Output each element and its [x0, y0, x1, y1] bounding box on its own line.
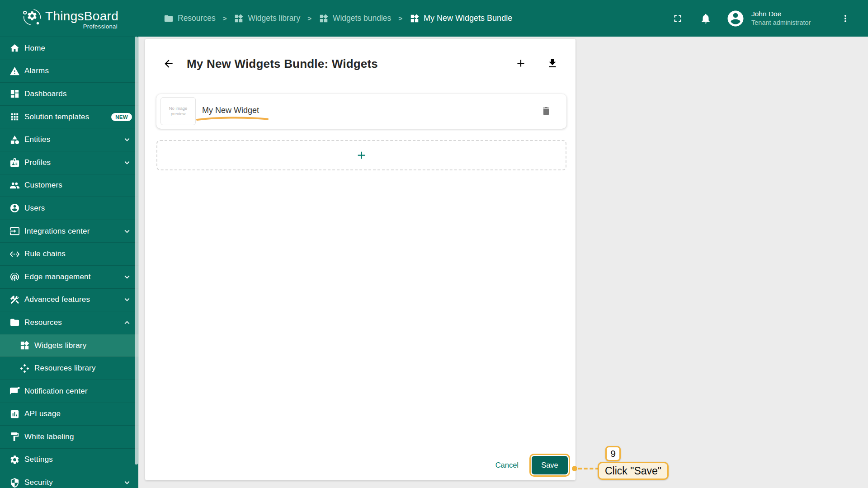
sidebar-item-rule-chains[interactable]: Rule chains — [0, 243, 138, 266]
sidebar-item-alarms[interactable]: Alarms — [0, 60, 138, 83]
plus-icon — [355, 149, 368, 161]
widget-name: My New Widget — [202, 106, 259, 115]
home-icon — [9, 43, 20, 53]
breadcrumb-separator: > — [307, 14, 311, 22]
sidebar-item-security[interactable]: Security — [0, 471, 138, 488]
sidebar-item-label: White labeling — [24, 432, 74, 441]
content-area: My New Widgets Bundle: Widgets No image … — [138, 37, 868, 488]
user-menu[interactable]: John Doe Tenant administrator — [751, 9, 823, 27]
sidebar-item-integrations-center[interactable]: Integrations center — [0, 220, 138, 243]
sidebar-item-label: Integrations center — [24, 227, 90, 236]
sidebar-item-resources[interactable]: Resources — [0, 311, 138, 334]
sidebar-item-white-labeling[interactable]: White labeling — [0, 426, 138, 449]
sidebar-item-solution-templates[interactable]: Solution templates NEW — [0, 106, 138, 129]
sidebar-item-label: Rule chains — [24, 249, 66, 258]
sidebar-item-label: Users — [24, 204, 45, 213]
save-button[interactable]: Save — [532, 456, 568, 474]
input-arrow-icon — [9, 226, 20, 236]
sidebar-item-label: Profiles — [24, 158, 51, 167]
widget-preview-placeholder: No image preview — [160, 97, 196, 125]
export-download-icon[interactable] — [547, 57, 558, 69]
sidebar-item-api-usage[interactable]: API usage — [0, 403, 138, 426]
new-badge: NEW — [111, 113, 132, 121]
user-role: Tenant administrator — [751, 19, 823, 27]
folder-icon — [9, 317, 20, 328]
sidebar-item-label: Resources — [24, 318, 62, 327]
sidebar-item-label: Home — [24, 44, 45, 53]
widget-list-item[interactable]: No image preview My New Widget — [156, 94, 566, 129]
hammer-wrench-icon — [9, 295, 20, 305]
chevron-up-icon — [122, 318, 132, 328]
sidebar-item-dashboards[interactable]: Dashboards — [0, 83, 138, 106]
diamonds-icon — [19, 363, 30, 374]
notifications-bell-icon[interactable] — [700, 13, 712, 24]
sidebar-item-users[interactable]: Users — [0, 197, 138, 220]
breadcrumb-separator: > — [398, 14, 402, 22]
gear-icon — [9, 455, 20, 465]
shapes-icon — [9, 135, 20, 145]
widgets-bundle-card: My New Widgets Bundle: Widgets No image … — [145, 39, 576, 480]
annotation-tooltip: Click "Save" — [598, 462, 669, 480]
sidebar-item-advanced-features[interactable]: Advanced features — [0, 289, 138, 312]
annotation-underline — [196, 116, 269, 122]
sidebar-item-entities[interactable]: Entities — [0, 128, 138, 151]
form-actions: Cancel Save — [495, 454, 570, 477]
sidebar-item-widgets-library[interactable]: Widgets library — [0, 334, 138, 357]
sidebar-item-label: Customers — [24, 181, 62, 190]
sidebar-item-edge-management[interactable]: Edge management — [0, 266, 138, 289]
add-widget-icon[interactable] — [515, 57, 527, 69]
widgets-icon — [410, 14, 420, 23]
sidebar-item-label: Edge management — [24, 272, 91, 282]
sidebar-item-label: API usage — [24, 409, 61, 418]
annotation-step-number: 9 — [605, 446, 621, 461]
breadcrumb-separator: > — [223, 14, 227, 22]
sidebar-item-customers[interactable]: Customers — [0, 174, 138, 197]
sidebar-item-settings[interactable]: Settings — [0, 449, 138, 472]
warning-icon — [9, 66, 20, 76]
annotation-connector-dot — [572, 466, 577, 471]
sidebar-item-label: Entities — [24, 135, 50, 144]
breadcrumb-item-widgets-bundles[interactable]: Widgets bundles — [319, 14, 391, 23]
sidebar-item-profiles[interactable]: Profiles — [0, 151, 138, 174]
chevron-down-icon — [122, 135, 132, 145]
sidebar-item-label: Alarms — [24, 66, 49, 75]
annotation-highlight-ring: Save — [529, 454, 570, 477]
sidebar: ThingsBoard Professional Home Alarms Das… — [0, 0, 138, 488]
chevron-down-icon — [122, 478, 132, 488]
no-image-preview-text: No image preview — [165, 106, 191, 117]
user-name: John Doe — [751, 9, 823, 19]
app-edition: Professional — [45, 23, 118, 30]
breadcrumb-item-current: My New Widgets Bundle — [410, 14, 512, 23]
breadcrumb-label: My New Widgets Bundle — [424, 14, 512, 23]
bar-chart-icon — [9, 409, 20, 419]
widgets-icon — [319, 14, 329, 23]
sidebar-scrollbar[interactable] — [135, 37, 138, 465]
sidebar-item-label: Dashboards — [24, 89, 67, 99]
breadcrumb-label: Resources — [178, 14, 216, 23]
fullscreen-icon[interactable] — [672, 13, 684, 24]
breadcrumb-label: Widgets bundles — [333, 14, 391, 23]
add-widget-dropzone[interactable] — [156, 140, 566, 170]
widgets-icon — [19, 340, 30, 351]
back-arrow-icon[interactable] — [163, 58, 175, 70]
sidebar-item-label: Widgets library — [34, 341, 86, 350]
account-circle-icon — [9, 203, 20, 213]
sidebar-item-label: Security — [24, 478, 53, 487]
more-vertical-icon[interactable] — [840, 13, 851, 24]
folder-icon — [164, 14, 174, 23]
breadcrumb-label: Widgets library — [248, 14, 300, 23]
cancel-button[interactable]: Cancel — [495, 461, 519, 469]
chevron-down-icon — [122, 158, 132, 168]
sidebar-item-label: Notification center — [24, 387, 88, 396]
page-title: My New Widgets Bundle: Widgets — [187, 57, 378, 71]
delete-widget-icon[interactable] — [541, 106, 552, 117]
breadcrumb-item-widgets-library[interactable]: Widgets library — [234, 14, 300, 23]
sidebar-item-home[interactable]: Home — [0, 37, 138, 60]
sidebar-item-resources-library[interactable]: Resources library — [0, 357, 138, 380]
sidebar-item-notification-center[interactable]: Notification center — [0, 380, 138, 403]
user-avatar[interactable] — [726, 9, 745, 28]
header-actions: John Doe Tenant administrator — [672, 9, 868, 28]
breadcrumb-item-resources[interactable]: Resources — [164, 14, 216, 23]
top-header: Resources > Widgets library > Widgets bu… — [138, 0, 868, 37]
app-logo[interactable]: ThingsBoard Professional — [0, 0, 138, 37]
